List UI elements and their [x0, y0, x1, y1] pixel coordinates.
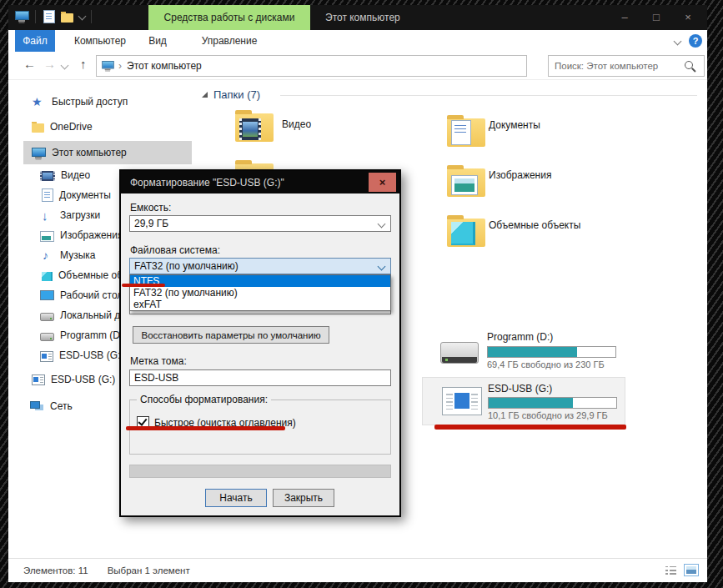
cube-icon: [42, 272, 53, 281]
breadcrumb-separator: ›: [118, 60, 122, 72]
tab-computer[interactable]: Компьютер: [67, 30, 133, 52]
computer-icon[interactable]: [15, 11, 29, 23]
document-sheet-icon: [451, 120, 471, 145]
format-progress-bar: [129, 465, 391, 478]
capacity-bar: [487, 346, 616, 358]
sidebar-item-quick-access[interactable]: Быстрый доступ: [8, 90, 193, 113]
tab-view[interactable]: Вид: [138, 30, 178, 52]
ribbon-collapse-chevron-icon[interactable]: [674, 38, 682, 46]
folder-tile-videos[interactable]: [235, 113, 274, 142]
recent-locations-chevron-icon[interactable]: [61, 62, 69, 70]
capacity-bar: [488, 397, 617, 409]
up-icon[interactable]: ↑: [80, 57, 87, 71]
this-pc-icon: [102, 61, 113, 72]
music-icon: [40, 249, 54, 262]
folder-icon: [235, 113, 274, 142]
folder-tile-documents[interactable]: [447, 118, 485, 147]
selection-count: Выбран 1 элемент: [108, 565, 190, 575]
cube-icon: [451, 222, 475, 245]
annotation-underline-quick-format: [126, 426, 285, 430]
folder-tile-3d-objects[interactable]: [447, 219, 485, 247]
option-exfat[interactable]: exFAT: [130, 299, 390, 310]
onedrive-icon: [32, 123, 44, 133]
chevron-down-icon: [378, 262, 386, 270]
hard-disk-icon: [40, 333, 54, 341]
address-bar[interactable]: › Этот компьютер ↻: [96, 55, 527, 77]
removable-drive-icon: [442, 387, 482, 415]
new-folder-icon[interactable]: [61, 13, 73, 23]
folder-tile-pictures[interactable]: [447, 168, 485, 197]
folder-icon: [447, 118, 485, 147]
tab-file[interactable]: Файл: [15, 30, 55, 52]
close-button[interactable]: ×: [672, 5, 704, 29]
sidebar-item-this-pc[interactable]: Этот компьютер: [8, 140, 193, 165]
option-ntfs[interactable]: NTFS: [130, 275, 390, 287]
desktop-icon: [40, 289, 54, 302]
option-fat32[interactable]: FAT32 (по умолчанию): [130, 287, 390, 299]
format-dialog: Форматирование "ESD-USB (G:)" × Емкость:…: [119, 169, 401, 517]
quick-access-toolbar: [15, 9, 92, 23]
chevron-down-icon: [378, 219, 386, 228]
folder-tile-pictures-label[interactable]: Изображения: [489, 169, 551, 181]
status-bar: Элементов: 11 Выбран 1 элемент: [8, 558, 707, 582]
thumbnails-view-icon[interactable]: [684, 564, 699, 576]
dialog-close-button[interactable]: ×: [369, 173, 396, 192]
network-icon: [30, 400, 44, 412]
help-icon[interactable]: ?: [689, 34, 702, 48]
usb-drive-icon: [40, 351, 53, 362]
folder-tile-videos-label[interactable]: Видео: [282, 118, 311, 130]
properties-icon[interactable]: [43, 10, 55, 23]
downloads-icon: [40, 209, 54, 222]
filesystem-label: Файловая система:: [130, 244, 220, 256]
drive-tile-esd-usb[interactable]: ESD-USB (G:) 10,1 ГБ свободно из 29,9 ГБ: [422, 377, 625, 425]
hard-drive-icon: [440, 342, 479, 364]
filesystem-dropdown: NTFS FAT32 (по умолчанию) exFAT: [129, 274, 391, 311]
sidebar-item-onedrive[interactable]: OneDrive: [8, 113, 193, 140]
folder-tile-documents-label[interactable]: Документы: [489, 119, 540, 131]
folder-icon-partial: [235, 160, 274, 169]
hard-disk-icon: [40, 313, 54, 321]
search-icon[interactable]: [685, 61, 693, 69]
pictures-icon: [40, 231, 54, 242]
divider: [91, 10, 92, 23]
start-button[interactable]: Начать: [205, 489, 267, 507]
minimize-button[interactable]: –: [609, 5, 640, 29]
folder-tile-3d-objects-label[interactable]: Объемные объекты: [489, 219, 580, 231]
group-expand-triangle-icon[interactable]: [202, 92, 208, 98]
back-icon[interactable]: ←: [23, 57, 36, 71]
folder-icon: [447, 219, 485, 247]
capacity-combobox[interactable]: 29,9 ГБ: [129, 215, 391, 232]
maximize-button[interactable]: □: [640, 5, 672, 29]
forward-icon[interactable]: →: [43, 57, 56, 71]
details-view-icon[interactable]: [665, 565, 676, 575]
dialog-title-bar[interactable]: Форматирование "ESD-USB (G:)": [121, 171, 399, 193]
qat-customize-chevron-icon[interactable]: [78, 13, 87, 21]
title-bar: Средства работы с дисками Этот компьютер…: [8, 5, 707, 30]
annotation-underline-esd-drive: [434, 425, 626, 430]
videos-icon: [40, 171, 55, 181]
tab-manage[interactable]: Управление: [186, 30, 273, 52]
breadcrumb[interactable]: Этот компьютер: [127, 60, 202, 72]
search-input[interactable]: Поиск: Этот компьютер: [548, 55, 705, 77]
window-title: Этот компьютер: [325, 5, 400, 30]
star-icon: [32, 96, 46, 108]
restore-defaults-button[interactable]: Восстановить параметры по умолчанию: [133, 326, 329, 344]
close-format-button[interactable]: Закрыть: [273, 489, 334, 507]
filesystem-combobox[interactable]: FAT32 (по умолчанию): [129, 258, 391, 274]
volume-label-input[interactable]: ESD-USB: [129, 369, 391, 386]
contextual-tab-disk-tools[interactable]: Средства работы с дисками: [148, 5, 310, 30]
annotation-underline-ntfs: [122, 284, 165, 287]
format-options-group-label: Способы форматирования:: [137, 394, 271, 405]
search-placeholder: Поиск: Этот компьютер: [555, 61, 658, 71]
screenshot-stage: Средства работы с дисками Этот компьютер…: [0, 0, 723, 588]
capacity-label: Емкость:: [130, 202, 171, 214]
group-header-rule: [280, 95, 697, 96]
drive-tile-programm-d[interactable]: Programm (D:) 69,4 ГБ свободно из 230 ГБ: [421, 329, 625, 372]
address-row: ← → ↑ › Этот компьютер ↻ Поиск: Этот ком…: [8, 52, 707, 80]
usb-drive-icon: [32, 374, 45, 385]
filmstrip-icon: [239, 118, 261, 140]
folders-group-header[interactable]: Папки (7): [202, 88, 260, 101]
computer-icon: [32, 148, 46, 160]
capacity-bar-fill: [489, 398, 573, 408]
photo-icon: [451, 175, 478, 195]
